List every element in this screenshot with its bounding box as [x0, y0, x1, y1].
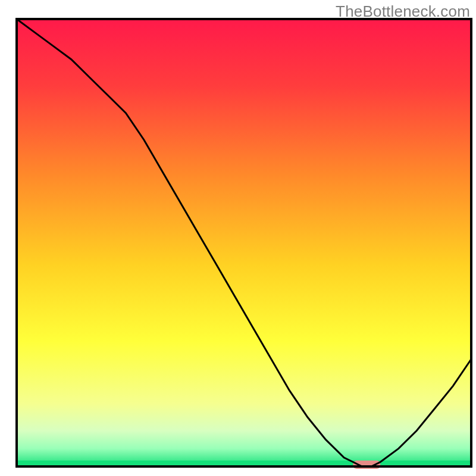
plot-background: [17, 19, 471, 466]
chart-container: TheBottleneck.com: [0, 0, 476, 476]
watermark-text: TheBottleneck.com: [336, 2, 470, 21]
bottleneck-chart: [0, 0, 476, 476]
